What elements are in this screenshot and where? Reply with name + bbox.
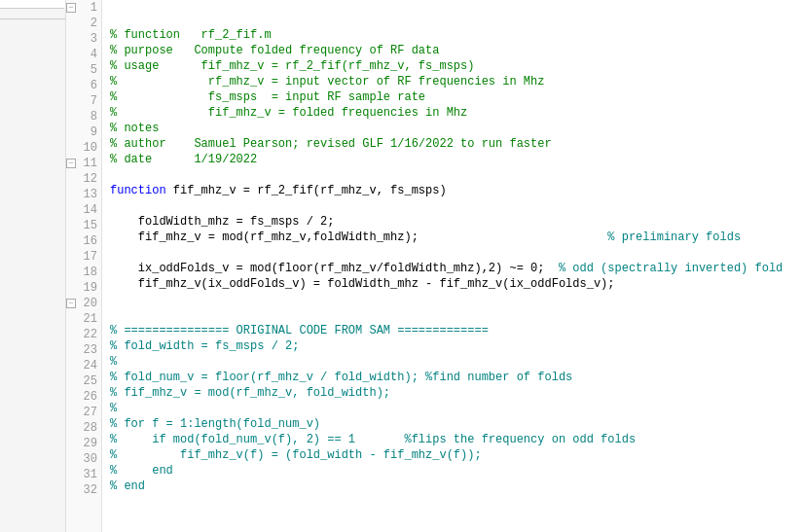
line-num-row: 21 [66, 311, 101, 327]
line-num-row: 28 [66, 420, 101, 436]
line-num-row: 7 [66, 93, 101, 109]
line-num-row: 30 [66, 451, 101, 467]
fold-icon[interactable]: − [66, 3, 76, 13]
line-number: 8 [78, 109, 97, 124]
code-line: % usage fif_mhz_v = rf_2_fif(rf_mhz_v, f… [110, 58, 802, 74]
code-line: % fif_mhz_v = mod(rf_mhz_v, fold_width); [110, 385, 802, 401]
code-line: % =============== ORIGINAL CODE FROM SAM… [110, 323, 802, 338]
line-number: 16 [78, 233, 97, 249]
line-number: 15 [78, 218, 97, 233]
token-cm: % notes [110, 122, 159, 135]
line-number: 11 [78, 156, 97, 171]
code-line: % fif_mhz_v(f) = (fold_width - fif_mhz_v… [110, 447, 802, 463]
token-cm-teal: % [110, 355, 117, 369]
token-cm: % function rf_2_fif.m [110, 28, 272, 42]
line-num-row: 6 [66, 78, 101, 93]
fold-icon[interactable]: − [66, 299, 76, 308]
add-file-button[interactable] [0, 9, 65, 17]
token-cm-teal: % if mod(fold_num_v(f), 2) == 1 %flips t… [110, 433, 636, 446]
code-line: % fold_num_v = floor(rf_mhz_v / fold_wid… [110, 370, 802, 385]
token-cm-teal: % for f = 1:length(fold_num_v) [110, 417, 320, 431]
line-number: 24 [78, 358, 97, 373]
token-cm: % rf_mhz_v = input vector of RF frequenc… [110, 75, 544, 89]
line-number: 23 [78, 342, 97, 358]
code-area[interactable]: −12345678910−111213141516171819−20212223… [66, 0, 802, 532]
line-num-row: 24 [66, 358, 101, 373]
line-number: 2 [78, 16, 97, 31]
token-plain: fif_mhz_v = rf_2_fif(rf_mhz_v, fs_msps) [166, 184, 447, 197]
token-cm-teal: % fold_num_v = floor(rf_mhz_v / fold_wid… [110, 371, 572, 384]
code-line: % if mod(fold_num_v(f), 2) == 1 %flips t… [110, 432, 802, 447]
line-num-row: −20 [66, 296, 101, 311]
code-line: % notes [110, 121, 802, 136]
line-number: 32 [78, 482, 97, 498]
token-cm-teal: % preliminary folds [607, 231, 741, 244]
code-line: fif_mhz_v = mod(rf_mhz_v,foldWidth_mhz);… [110, 230, 802, 245]
line-num-row: 13 [66, 187, 101, 202]
code-line: foldWidth_mhz = fs_msps / 2; [110, 214, 802, 230]
line-number: 20 [78, 296, 97, 311]
line-number: 6 [78, 78, 97, 93]
line-num-row: 27 [66, 405, 101, 420]
code-line [110, 510, 802, 525]
line-number: 10 [78, 140, 97, 156]
code-line: % fif_mhz_v = folded frequencies in Mhz [110, 105, 802, 121]
line-num-row: 8 [66, 109, 101, 124]
line-num-row: −11 [66, 156, 101, 171]
token-plain: fif_mhz_v = mod(rf_mhz_v,foldWidth_mhz); [110, 231, 419, 244]
token-plain [419, 231, 607, 244]
line-num-row: 26 [66, 389, 101, 405]
line-number: 12 [78, 171, 97, 187]
sidebar-tab-rf2fif[interactable] [0, 0, 65, 9]
line-number: 9 [78, 124, 97, 140]
line-number: 29 [78, 436, 97, 451]
token-cm: % fs_msps = input RF sample rate [110, 90, 425, 104]
code-line [110, 494, 802, 510]
code-line: % date 1/19/2022 [110, 152, 802, 167]
line-number: 22 [78, 327, 97, 342]
code-line: % end [110, 479, 802, 494]
token-cm: % purpose Compute folded frequency of RF… [110, 44, 439, 57]
token-cm-teal: % fold_width = fs_msps / 2; [110, 339, 299, 353]
line-number: 5 [78, 62, 97, 78]
line-num-row: 31 [66, 467, 101, 482]
token-cm-teal: % =============== ORIGINAL CODE FROM SAM… [110, 324, 489, 337]
code-line [110, 307, 802, 323]
line-number: 21 [78, 311, 97, 327]
line-num-row: 17 [66, 249, 101, 265]
line-number: 25 [78, 373, 97, 389]
code-line [110, 292, 802, 307]
line-number: 18 [78, 265, 97, 280]
sidebar [0, 0, 66, 532]
code-line: % [110, 354, 802, 370]
line-num-row: 12 [66, 171, 101, 187]
line-number: 1 [78, 0, 97, 16]
fold-icon[interactable]: − [66, 159, 76, 168]
code-line: function fif_mhz_v = rf_2_fif(rf_mhz_v, … [110, 183, 802, 198]
code-line: % for f = 1:length(fold_num_v) [110, 416, 802, 432]
token-cm: % date 1/19/2022 [110, 153, 257, 166]
line-num-row: 3 [66, 31, 101, 47]
code-content[interactable]: % function rf_2_fif.m% purpose Compute f… [102, 0, 802, 532]
line-number: 13 [78, 187, 97, 202]
line-num-row: 22 [66, 327, 101, 342]
line-number: 14 [78, 202, 97, 218]
line-num-row: 10 [66, 140, 101, 156]
code-line [110, 198, 802, 214]
code-line: % [110, 401, 802, 416]
code-line: % rf_mhz_v = input vector of RF frequenc… [110, 74, 802, 89]
code-line: % fs_msps = input RF sample rate [110, 89, 802, 105]
code-line [110, 245, 802, 261]
line-number: 4 [78, 47, 97, 62]
line-number: 17 [78, 249, 97, 265]
code-line: % purpose Compute folded frequency of RF… [110, 43, 802, 58]
line-number: 31 [78, 467, 97, 482]
line-num-row: 19 [66, 280, 101, 296]
code-line: % fold_width = fs_msps / 2; [110, 338, 802, 354]
line-num-row: 15 [66, 218, 101, 233]
token-cm-teal: % fif_mhz_v = mod(rf_mhz_v, fold_width); [110, 386, 390, 400]
line-num-row: 18 [66, 265, 101, 280]
sidebar-divider [0, 18, 65, 19]
code-line [110, 167, 802, 183]
line-number: 7 [78, 93, 97, 109]
